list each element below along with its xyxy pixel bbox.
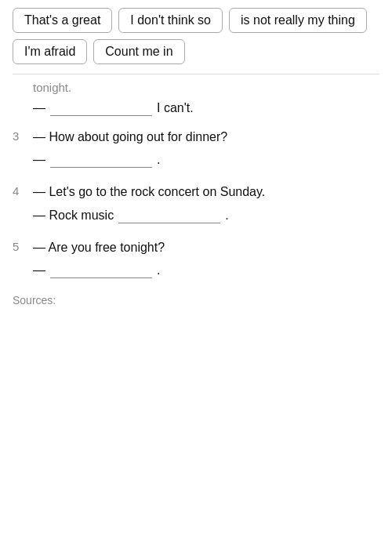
exercise-number: 3: [13, 129, 30, 143]
exercise-prompt: — Are you free tonight?: [33, 239, 165, 256]
exercise-answer-row: —.: [13, 152, 379, 168]
answer-blank[interactable]: [118, 208, 220, 223]
answer-dash: —: [33, 153, 45, 167]
word-chip[interactable]: I don't think so: [118, 8, 223, 33]
exercise-item: 5— Are you free tonight?—.: [13, 239, 379, 278]
word-bank-container: That's a greatI don't think sois not rea…: [13, 8, 379, 64]
answer-blank[interactable]: [50, 152, 152, 168]
exercise-item: 4— Let's go to the rock concert on Sunda…: [13, 183, 379, 223]
exercise-prompt: — Let's go to the rock concert on Sunday…: [33, 183, 265, 201]
exercise-item: 3— How about going out for dinner?—.: [13, 129, 379, 168]
exercise-header: 4— Let's go to the rock concert on Sunda…: [13, 183, 379, 201]
word-chip[interactable]: I'm afraid: [13, 39, 87, 64]
exercise-list: 3— How about going out for dinner?—.4— L…: [13, 129, 379, 278]
exercise-header: 3— How about going out for dinner?: [13, 129, 379, 146]
answer-dash: —: [33, 263, 45, 277]
top-answer-row: — I can't.: [13, 100, 379, 116]
sources-label: Sources:: [13, 294, 379, 306]
answer-period: .: [157, 263, 160, 277]
word-chip[interactable]: Count me in: [93, 39, 184, 64]
exercise-answer-row: —.: [13, 263, 379, 278]
divider: [13, 74, 379, 74]
top-dash: —: [33, 101, 45, 115]
word-chip[interactable]: is not really my thing: [229, 8, 367, 33]
top-inline-answer: I can't.: [157, 101, 194, 115]
top-partial-text: tonight.: [13, 81, 379, 94]
word-bank: That's a greatI don't think sois not rea…: [13, 8, 379, 64]
word-chip[interactable]: That's a great: [13, 8, 112, 33]
answer-dash: — Rock music: [33, 209, 114, 223]
exercise-number: 4: [13, 184, 30, 198]
answer-period: .: [157, 153, 160, 167]
top-blank[interactable]: [50, 100, 152, 116]
exercise-number: 5: [13, 240, 30, 253]
answer-period: .: [225, 209, 228, 223]
exercise-answer-row: — Rock music.: [13, 208, 379, 223]
answer-blank[interactable]: [50, 263, 152, 278]
exercise-prompt: — How about going out for dinner?: [33, 129, 227, 146]
exercise-header: 5— Are you free tonight?: [13, 239, 379, 256]
